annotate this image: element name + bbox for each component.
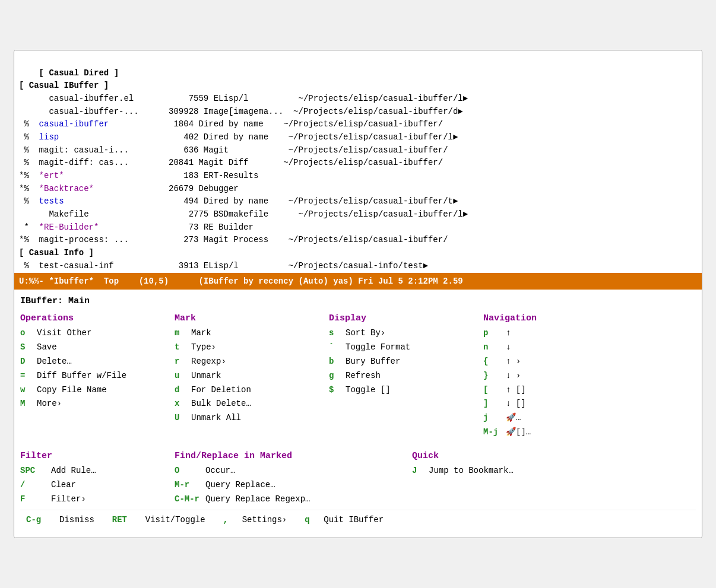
label-query-replace-regexp: Query Replace Regexp… <box>205 492 310 507</box>
visit-toggle-item: RET Visit/Toggle <box>112 514 205 527</box>
dismiss-item: C-g Dismiss <box>26 514 94 527</box>
casual-ibuffer-header: [ Casual IBuffer ] <box>19 81 109 90</box>
menu-heading: IBuffer: Main <box>20 294 696 308</box>
key-lbracket[interactable]: [ <box>483 383 506 398</box>
key-lbrace[interactable]: { <box>483 355 506 369</box>
label-toggle-format: Toggle Format <box>346 341 410 355</box>
val-down: ↓ <box>506 341 541 355</box>
label-regexp: Regexp› <box>191 355 226 369</box>
list-item: { ↑ › <box>483 355 650 369</box>
label-unmark-all: Unmark All <box>191 411 241 425</box>
navigation-col: Navigation p ↑ n ↓ { ↑ › } ↓ › <box>483 312 650 440</box>
label-sort: Sort By› <box>346 326 385 341</box>
list-item: D Delete… <box>20 355 175 369</box>
key-q[interactable]: q <box>305 514 321 527</box>
key-slash[interactable]: / <box>20 478 51 492</box>
key-mquery[interactable]: M-r <box>175 478 205 492</box>
key-occur[interactable]: O <box>175 464 205 478</box>
key-for-del[interactable]: d <box>175 383 191 398</box>
list-item: b Bury Buffer <box>329 355 483 369</box>
key-rbracket[interactable]: ] <box>483 397 506 411</box>
list-item: d For Deletion <box>175 383 329 398</box>
key-m[interactable]: M <box>20 397 37 411</box>
label-dismiss: Dismiss <box>59 514 94 527</box>
quick-title: Quick <box>412 449 590 463</box>
val-up-group: ↑ › <box>506 355 541 369</box>
key-rbrace[interactable]: } <box>483 369 506 383</box>
list-item: C-M-r Query Replace Regexp… <box>175 492 412 507</box>
label-occur: Occur… <box>205 464 235 478</box>
list-item: SPC Add Rule… <box>20 464 175 478</box>
key-mj[interactable]: M-j <box>483 425 506 440</box>
key-w[interactable]: w <box>20 383 37 398</box>
mark-title: Mark <box>175 312 329 325</box>
key-regexp[interactable]: r <box>175 355 191 369</box>
menu-area: IBuffer: Main Operations o Visit Other S… <box>14 290 702 538</box>
operations-title: Operations <box>20 312 175 325</box>
label-more: More› <box>37 397 62 411</box>
label-visit-toggle: Visit/Toggle <box>145 514 205 527</box>
list-item: g Refresh <box>329 369 483 383</box>
mark-col: Mark m Mark t Type› r Regexp› u Unmark <box>175 312 329 440</box>
label-bury: Bury Buffer <box>346 355 400 369</box>
key-bulk[interactable]: x <box>175 397 191 411</box>
label-mark: Mark <box>191 326 211 341</box>
key-ret[interactable]: RET <box>112 514 143 527</box>
key-j-quick[interactable]: J <box>412 464 429 478</box>
filter-title: Filter <box>20 449 175 463</box>
main-window: [ Casual Dired ] [ Casual IBuffer ] casu… <box>14 50 702 538</box>
find-replace-title: Find/Replace in Marked <box>175 449 412 463</box>
bottom-section-row: Filter SPC Add Rule… / Clear F Filter› F… <box>20 449 696 507</box>
display-title: Display <box>329 312 483 325</box>
val-up: ↑ <box>506 326 541 341</box>
list-item: M-j 🚀[]… <box>483 425 650 440</box>
label-query-replace: Query Replace… <box>205 478 275 492</box>
key-p[interactable]: p <box>483 326 506 341</box>
key-unmark[interactable]: u <box>175 369 191 383</box>
label-filter: Filter› <box>51 492 86 507</box>
key-cmquery[interactable]: C-M-r <box>175 492 205 507</box>
list-item: ` Toggle Format <box>329 341 483 355</box>
key-toggle-fmt[interactable]: ` <box>329 341 346 355</box>
val-down-group: ↓ › <box>506 369 541 383</box>
key-spc[interactable]: SPC <box>20 464 51 478</box>
key-s[interactable]: S <box>20 341 37 355</box>
key-unmark-all[interactable]: U <box>175 411 191 425</box>
key-comma[interactable]: , <box>223 514 240 527</box>
key-bury[interactable]: b <box>329 355 346 369</box>
key-sort[interactable]: s <box>329 326 346 341</box>
list-item: / Clear <box>20 478 175 492</box>
key-refresh[interactable]: g <box>329 369 346 383</box>
menu-columns: Operations o Visit Other S Save D Delete… <box>20 312 696 440</box>
key-type[interactable]: t <box>175 341 191 355</box>
casual-dired-header: [ Casual Dired ] <box>39 68 119 78</box>
navigation-title: Navigation <box>483 312 650 325</box>
key-j[interactable]: j <box>483 411 506 425</box>
key-n[interactable]: n <box>483 341 506 355</box>
list-item: u Unmark <box>175 369 329 383</box>
key-cg[interactable]: C-g <box>26 514 57 527</box>
list-item: O Occur… <box>175 464 412 478</box>
bottom-bar: C-g Dismiss RET Visit/Toggle , Settings›… <box>20 510 696 530</box>
val-down-bracket: ↓ [] <box>506 397 541 411</box>
val-rocket-bracket: 🚀[]… <box>506 425 541 440</box>
val-rocket: 🚀… <box>506 411 541 425</box>
key-d[interactable]: D <box>20 355 37 369</box>
key-o[interactable]: o <box>20 326 37 341</box>
label-quit: Quit IBuffer <box>324 514 384 527</box>
key-filter[interactable]: F <box>20 492 51 507</box>
label-copy-file: Copy File Name <box>37 383 107 398</box>
label-visit-other: Visit Other <box>37 326 91 341</box>
list-item: o Visit Other <box>20 326 175 341</box>
list-item: F Filter› <box>20 492 175 507</box>
label-refresh: Refresh <box>346 369 381 383</box>
buffer-list: [ Casual Dired ] [ Casual IBuffer ] casu… <box>14 50 702 273</box>
list-item: n ↓ <box>483 341 650 355</box>
find-replace-col: Find/Replace in Marked O Occur… M-r Quer… <box>175 449 412 507</box>
key-mark-m[interactable]: m <box>175 326 191 341</box>
list-item: s Sort By› <box>329 326 483 341</box>
key-toggle-bracket[interactable]: $ <box>329 383 346 398</box>
list-item: S Save <box>20 341 175 355</box>
val-up-bracket: ↑ [] <box>506 383 541 398</box>
key-eq[interactable]: = <box>20 369 37 383</box>
